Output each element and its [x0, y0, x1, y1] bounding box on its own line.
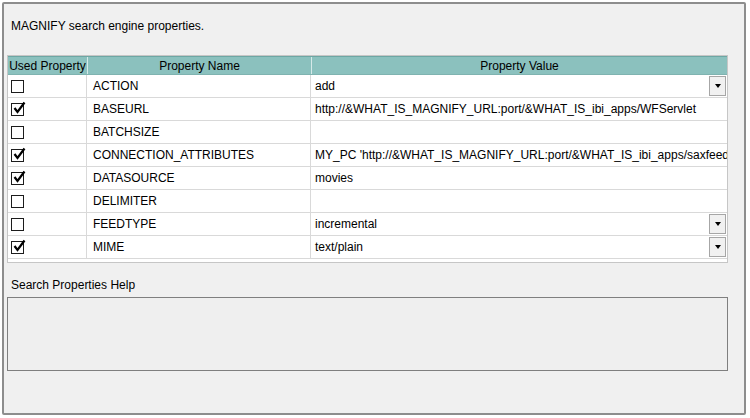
property-value-text: MY_PC 'http://&WHAT_IS_MAGNIFY_URL:port/… [315, 148, 727, 162]
property-name-cell: DATASOURCE [87, 167, 311, 189]
checkmark-icon [12, 147, 27, 162]
used-property-checkbox[interactable] [11, 80, 24, 93]
table-row: ACTION add [8, 75, 727, 98]
property-value-cell[interactable]: http://&WHAT_IS_MAGNIFY_URL:port/&WHAT_I… [311, 98, 727, 120]
table-row: MIME text/plain [8, 236, 727, 259]
property-value-text: http://&WHAT_IS_MAGNIFY_URL:port/&WHAT_I… [315, 102, 696, 116]
property-value-cell[interactable]: add [311, 75, 727, 97]
used-property-checkbox[interactable] [11, 172, 24, 185]
property-name-label: BATCHSIZE [93, 125, 159, 139]
property-name-cell: DELIMITER [87, 190, 311, 212]
used-property-cell [8, 213, 87, 235]
used-property-checkbox[interactable] [11, 218, 24, 231]
property-name-label: ACTION [93, 79, 138, 93]
dropdown-button[interactable] [709, 237, 726, 257]
property-name-label: CONNECTION_ATTRIBUTES [93, 148, 254, 162]
property-value-text: incremental [315, 217, 377, 231]
used-property-cell [8, 144, 87, 166]
property-value-cell[interactable]: movies [311, 167, 727, 189]
dropdown-button[interactable] [709, 214, 726, 234]
table-row: FEEDTYPE incremental [8, 213, 727, 236]
properties-panel: MAGNIFY search engine properties. Used P… [2, 2, 746, 415]
table-row: BATCHSIZE [8, 121, 727, 144]
checkmark-icon [12, 239, 27, 254]
used-property-checkbox[interactable] [11, 195, 24, 208]
property-value-text: text/plain [315, 240, 363, 254]
column-header-used-property: Used Property [8, 57, 87, 74]
help-section-label: Search Properties Help [11, 278, 135, 292]
property-value-cell[interactable]: MY_PC 'http://&WHAT_IS_MAGNIFY_URL:port/… [311, 144, 727, 166]
property-value-cell[interactable]: incremental [311, 213, 727, 235]
property-name-cell: CONNECTION_ATTRIBUTES [87, 144, 311, 166]
table-body: ACTION add BASEURL http://&WHAT_IS_MAGNI… [8, 75, 727, 259]
checkmark-icon [12, 170, 27, 185]
properties-table: Used Property Property Name Property Val… [7, 55, 728, 263]
property-name-cell: BATCHSIZE [87, 121, 311, 143]
used-property-checkbox[interactable] [11, 103, 24, 116]
property-name-cell: FEEDTYPE [87, 213, 311, 235]
property-name-cell: MIME [87, 236, 311, 258]
help-content-box [7, 297, 728, 371]
property-name-label: MIME [93, 240, 124, 254]
table-row: DATASOURCE movies [8, 167, 727, 190]
property-name-label: DATASOURCE [93, 171, 175, 185]
chevron-down-icon [715, 245, 721, 249]
property-name-label: DELIMITER [93, 194, 157, 208]
property-name-cell: BASEURL [87, 98, 311, 120]
chevron-down-icon [715, 84, 721, 88]
chevron-down-icon [715, 222, 721, 226]
property-name-label: FEEDTYPE [93, 217, 156, 231]
used-property-checkbox[interactable] [11, 241, 24, 254]
property-value-cell[interactable] [311, 190, 727, 212]
used-property-cell [8, 167, 87, 189]
column-header-property-value: Property Value [311, 57, 727, 74]
table-row: CONNECTION_ATTRIBUTES MY_PC 'http://&WHA… [8, 144, 727, 167]
used-property-cell [8, 121, 87, 143]
property-value-cell[interactable] [311, 121, 727, 143]
column-header-property-name: Property Name [87, 57, 311, 74]
property-value-text: add [315, 79, 335, 93]
page-title: MAGNIFY search engine properties. [11, 19, 204, 33]
property-name-label: BASEURL [93, 102, 149, 116]
checkmark-icon [12, 101, 27, 116]
used-property-cell [8, 236, 87, 258]
table-row: BASEURL http://&WHAT_IS_MAGNIFY_URL:port… [8, 98, 727, 121]
used-property-checkbox[interactable] [11, 126, 24, 139]
used-property-cell [8, 98, 87, 120]
used-property-cell [8, 190, 87, 212]
property-name-cell: ACTION [87, 75, 311, 97]
used-property-cell [8, 75, 87, 97]
property-value-text: movies [315, 171, 353, 185]
used-property-checkbox[interactable] [11, 149, 24, 162]
dropdown-button[interactable] [709, 76, 726, 96]
table-row: DELIMITER [8, 190, 727, 213]
property-value-cell[interactable]: text/plain [311, 236, 727, 258]
table-header: Used Property Property Name Property Val… [8, 56, 727, 75]
